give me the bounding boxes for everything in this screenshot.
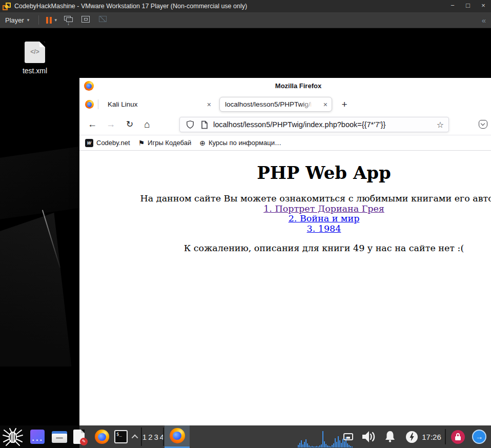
bell-icon [383, 430, 397, 443]
tab-title-fade [301, 98, 318, 111]
battery-icon [406, 431, 418, 443]
arrow-right-icon: → [472, 430, 486, 444]
clock[interactable]: 17:26 [420, 425, 443, 448]
vmware-titlebar: CodebyHackMashine - VMware Workstation 1… [0, 0, 491, 12]
close-button[interactable]: × [476, 0, 491, 12]
suspend-options-caret[interactable]: ▾ [54, 17, 57, 23]
intro-paragraph: На данном сайте Вы можете ознакомиться с… [79, 194, 491, 234]
back-button[interactable]: ← [86, 114, 98, 135]
reload-button[interactable]: ↻ [124, 114, 136, 135]
show-desktop-button[interactable]: • • • [30, 425, 45, 448]
workspace-switcher[interactable]: 1234 [143, 425, 163, 448]
codeby-favicon: w [85, 139, 93, 147]
vmware-toolbar: Player ▾ ▾ ↓ « [0, 12, 491, 28]
forward-button[interactable]: → [105, 114, 117, 135]
tray-display-button[interactable] [341, 425, 355, 448]
bookmark-label: Курсы по информаци… [209, 139, 281, 147]
bookmark-codeby[interactable]: w Codeby.net [85, 139, 130, 147]
xml-file-icon: </> [25, 42, 45, 63]
speaker-icon [361, 430, 377, 443]
panel-divider [163, 427, 164, 446]
bookmark-courses[interactable]: ⊕ Курсы по информаци… [199, 139, 281, 147]
maximize-button[interactable]: □ [460, 0, 476, 12]
dots-icon: • • • [32, 438, 42, 443]
logout-button[interactable]: → [471, 425, 487, 448]
arrow-down-icon: ↓ [67, 21, 70, 26]
url-text: localhost/lesson5/PHPTwig/index.php?book… [213, 120, 385, 129]
flag-icon: ⚑ [138, 139, 145, 147]
pencil-badge-icon: ✎ [80, 438, 88, 445]
book-link-1[interactable]: 1. Портрет Дориана Грея [263, 203, 384, 214]
pocket-icon[interactable] [479, 120, 487, 129]
power-manager-button[interactable] [404, 425, 419, 448]
book-link-3[interactable]: 3. 1984 [307, 223, 341, 234]
lock-screen-button[interactable] [450, 425, 465, 448]
bookmark-star-icon[interactable]: ☆ [437, 120, 444, 130]
kali-dragon-icon [2, 427, 24, 446]
folder-icon [52, 431, 67, 443]
firefox-icon [170, 428, 185, 443]
home-button[interactable]: ⌂ [141, 114, 153, 135]
display-icon [343, 433, 353, 440]
intro-text: На данном сайте Вы можете ознакомиться с… [140, 193, 491, 203]
app-grid-icon: • • • [30, 430, 45, 444]
tab-kali-linux[interactable]: Kali Linux × [103, 97, 216, 112]
tab-localhost-active[interactable]: localhost/lesson5/PHPTwig/i × [219, 97, 332, 112]
toolbar-divider [38, 15, 39, 25]
tab-bar: Kali Linux × localhost/lesson5/PHPTwig/i… [79, 95, 491, 114]
shield-icon[interactable] [186, 120, 194, 129]
file-manager-launcher[interactable] [51, 425, 68, 448]
vmware-logo-icon [3, 3, 11, 10]
chevron-up-icon [131, 434, 138, 441]
kali-panel: • • • ✎ $_ 1 [0, 425, 491, 448]
suspend-vm-button[interactable] [46, 17, 52, 24]
tab-divider [98, 99, 98, 109]
firefox-window-title: Mozilla Firefox [275, 82, 321, 90]
kali-whisker-menu-button[interactable] [1, 425, 25, 448]
firefox-view-button[interactable] [85, 100, 94, 109]
collapse-toolbar-button[interactable]: « [482, 16, 486, 25]
minimize-button[interactable]: − [445, 0, 460, 12]
desktop-file-test-xml[interactable]: </> test.xml [14, 42, 55, 75]
bookmark-games[interactable]: ⚑ Игры Кодебай [138, 139, 192, 147]
new-tab-button[interactable]: + [337, 97, 352, 112]
send-to-display-button[interactable]: ↓ [64, 16, 74, 24]
notifications-button[interactable] [380, 425, 400, 448]
bookmark-label: Игры Кодебай [148, 139, 191, 147]
firefox-titlebar[interactable]: Mozilla Firefox [79, 78, 491, 95]
firefox-icon [95, 430, 109, 444]
firefox-logo-icon [84, 81, 94, 91]
panel-divider [445, 429, 446, 444]
close-icon[interactable]: × [206, 100, 212, 109]
page-icon [201, 120, 208, 129]
page-content: PHP Web App На данном сайте Вы можете оз… [79, 151, 491, 448]
close-icon[interactable]: × [322, 100, 329, 109]
navigation-toolbar: ← → ↻ ⌂ localhost/lesson5/PHPTwig/index.… [79, 114, 491, 135]
player-menu[interactable]: Player ▾ [0, 12, 34, 28]
vm-desktop: </> test.xml Mozilla Firefox Kali Linux … [0, 28, 491, 448]
firefox-launcher[interactable] [94, 425, 110, 448]
volume-button[interactable] [359, 425, 379, 448]
terminal-icon: $_ [114, 430, 128, 443]
url-bar[interactable]: localhost/lesson5/PHPTwig/index.php?book… [179, 117, 449, 132]
globe-icon: ⊕ [199, 139, 206, 147]
text-editor-launcher[interactable]: ✎ [71, 425, 87, 448]
fullscreen-button[interactable] [81, 16, 91, 24]
taskbar-firefox-window-button[interactable] [165, 425, 190, 448]
firefox-window: Mozilla Firefox Kali Linux × localhost/l… [79, 78, 491, 448]
lock-icon [451, 430, 465, 444]
panel-expand-button[interactable] [130, 425, 141, 448]
terminal-launcher[interactable]: $_ [113, 425, 129, 448]
book-link-2[interactable]: 2. Война и мир [289, 213, 360, 223]
document-icon: ✎ [73, 430, 85, 444]
bookmark-label: Codeby.net [96, 139, 130, 147]
tab-title: Kali Linux [108, 100, 138, 108]
wallpaper-shape [0, 145, 92, 219]
unity-mode-disabled-icon [98, 16, 109, 24]
tab-title: localhost/lesson5/PHPTwig/i [225, 100, 311, 108]
wallpaper-shape [0, 213, 87, 366]
page-title: PHP Web App [79, 151, 491, 183]
error-message: К сожалению, описания для книги 49 у нас… [79, 243, 491, 253]
code-glyph: </> [25, 48, 45, 55]
player-menu-label: Player [5, 16, 24, 24]
